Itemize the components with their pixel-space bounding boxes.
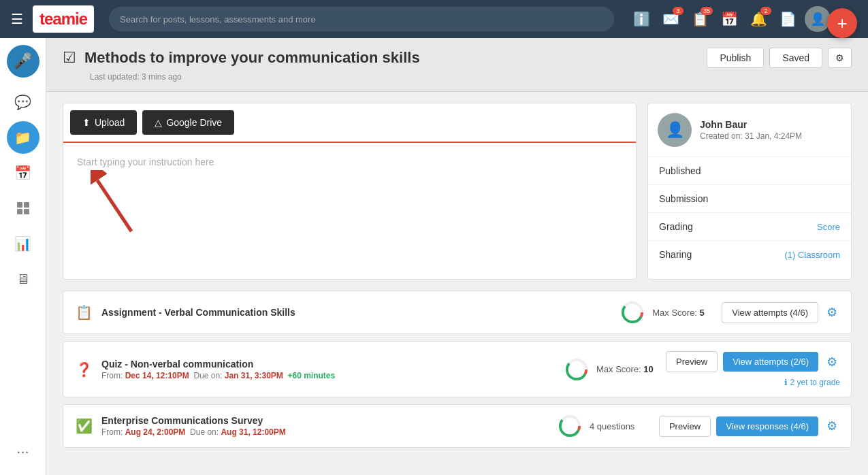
assignment-3-icon: ✅ — [74, 418, 93, 434]
sidebar-item-calendar[interactable]: 📅 — [7, 157, 39, 189]
settings-icon-3[interactable]: ⚙ — [824, 416, 840, 436]
svg-rect-2 — [17, 209, 22, 214]
search-input[interactable] — [109, 7, 614, 31]
user-avatar[interactable]: 👤 — [805, 6, 831, 32]
mail-badge: 3 — [673, 7, 684, 15]
page-body: ⬆ Upload △ Google Drive Start typing you… — [46, 92, 868, 465]
editor-content[interactable]: Start typing your instruction here — [63, 143, 636, 279]
main-layout: 🎤 💬 📁 📅 📊 🖥 ··· ☑ Methods to improve you… — [0, 38, 868, 475]
assignment-1-max-score: Max Score: 5 — [652, 308, 713, 318]
info-icon[interactable]: ℹ️ — [629, 7, 654, 31]
page-header: ☑ Methods to improve your communication … — [46, 38, 868, 92]
nav-icons: ℹ️ ✉️ 3 📋 35 📅 🔔 2 📄 👤 🌐 — [629, 6, 860, 32]
sidebar-item-screen[interactable]: 🖥 — [7, 263, 39, 295]
info-rows: Published Submission Grading Score S — [648, 157, 851, 268]
grading-value[interactable]: Score — [817, 222, 840, 232]
assignment-card-3: ✅ Enterprise Communications Survey From:… — [63, 404, 852, 448]
info-circle-icon: ℹ — [784, 378, 788, 387]
assignment-2-progress — [565, 358, 588, 381]
sharing-label: Sharing — [659, 249, 692, 260]
editor-area: ⬆ Upload △ Google Drive Start typing you… — [63, 103, 637, 280]
author-section: 👤 John Baur Created on: 31 Jan, 4:24PM — [648, 103, 851, 157]
sidebar-item-chart[interactable]: 📊 — [7, 227, 39, 260]
svg-rect-1 — [24, 202, 29, 208]
settings-button[interactable]: ⚙ — [828, 48, 852, 68]
assignment-2-actions: Preview View attempts (2/6) ⚙ ℹ 2 yet to… — [666, 351, 840, 387]
info-row-grading[interactable]: Grading Score — [648, 213, 851, 241]
preview-button-3[interactable]: Preview — [659, 416, 711, 437]
last-updated-text: Last updated: 3 mins ago — [90, 72, 182, 82]
sidebar-more[interactable]: ··· — [7, 436, 39, 468]
sidebar-item-chat[interactable]: 💬 — [7, 86, 39, 118]
svg-rect-0 — [17, 202, 22, 208]
publish-button[interactable]: Publish — [707, 48, 764, 68]
calendar-icon[interactable]: 📅 — [717, 7, 742, 31]
info-row-submission: Submission — [648, 185, 851, 213]
top-section: ⬆ Upload △ Google Drive Start typing you… — [63, 103, 852, 280]
sharing-value[interactable]: (1) Classroom — [784, 250, 840, 260]
assignment-2-info: Quiz - Non-verbal communication From: De… — [101, 359, 557, 380]
hamburger-icon[interactable]: ☰ — [8, 8, 26, 30]
grade-note: 2 yet to grade — [790, 378, 840, 387]
page-header-actions: Publish Saved ⚙ — [707, 48, 852, 68]
preview-button-2[interactable]: Preview — [666, 351, 718, 372]
author-name: John Baur — [700, 119, 802, 130]
clipboard-icon[interactable]: 📋 35 — [688, 7, 713, 31]
google-drive-button[interactable]: △ Google Drive — [142, 110, 234, 135]
assignment-1-info: Assignment - Verbal Communication Skills — [101, 307, 613, 318]
view-responses-button-3[interactable]: View responses (4/6) — [716, 416, 818, 436]
pages-icon[interactable]: 📄 — [775, 7, 801, 31]
assignment-card-2: ❓ Quiz - Non-verbal communication From: … — [63, 341, 852, 397]
sidebar-item-grid[interactable] — [7, 192, 39, 225]
assignment-1-icon: 📋 — [74, 304, 93, 321]
fab-add-button[interactable]: + — [827, 8, 857, 38]
gdrive-icon: △ — [155, 117, 162, 128]
assignment-1-progress — [621, 301, 644, 324]
assignment-3-questions: 4 questions — [590, 421, 651, 431]
submission-label: Submission — [659, 193, 708, 204]
assignment-3-actions: Preview View responses (4/6) ⚙ — [659, 416, 840, 437]
view-attempts-button-2[interactable]: View attempts (2/6) — [723, 352, 818, 372]
settings-icon-1[interactable]: ⚙ — [824, 302, 840, 323]
assignment-1-title: Assignment - Verbal Communication Skills — [101, 307, 613, 318]
view-attempts-button-1[interactable]: View attempts (4/6) — [722, 302, 818, 323]
assignment-2-max-score: Max Score: 10 — [596, 364, 658, 374]
published-label: Published — [659, 165, 701, 176]
grading-label: Grading — [659, 221, 693, 232]
bell-icon[interactable]: 🔔 2 — [746, 7, 771, 31]
assignment-3-title: Enterprise Communications Survey — [101, 415, 550, 426]
assignment-2-icon: ❓ — [74, 361, 93, 378]
bell-badge: 2 — [760, 7, 771, 15]
author-details: John Baur Created on: 31 Jan, 4:24PM — [700, 119, 802, 141]
info-row-sharing[interactable]: Sharing (1) Classroom — [648, 241, 851, 268]
editor-toolbar: ⬆ Upload △ Google Drive — [63, 103, 636, 143]
assignment-3-info: Enterprise Communications Survey From: A… — [101, 415, 550, 437]
svg-rect-3 — [24, 209, 29, 214]
assignment-1-actions: View attempts (4/6) ⚙ — [722, 302, 840, 323]
assignment-3-progress — [558, 414, 581, 438]
settings-icon-2[interactable]: ⚙ — [824, 352, 840, 372]
upload-icon: ⬆ — [82, 117, 91, 128]
svg-line-5 — [97, 180, 131, 231]
clipboard-badge: 35 — [701, 7, 713, 15]
search-container — [109, 7, 614, 31]
arrow-indicator — [91, 170, 145, 240]
user-sidebar-avatar[interactable]: 🎤 — [7, 45, 39, 78]
grade-info-2: ℹ 2 yet to grade — [784, 378, 840, 387]
upload-button[interactable]: ⬆ Upload — [70, 110, 137, 135]
info-panel: 👤 John Baur Created on: 31 Jan, 4:24PM P… — [647, 103, 852, 280]
logo: teamie — [33, 5, 94, 33]
sidebar: 🎤 💬 📁 📅 📊 🖥 ··· — [0, 38, 46, 475]
editor-placeholder: Start typing your instruction here — [77, 157, 214, 167]
content-area: ☑ Methods to improve your communication … — [46, 38, 868, 475]
assignment-2-meta: From: Dec 14, 12:10PM Due on: Jan 31, 3:… — [101, 371, 557, 380]
saved-button[interactable]: Saved — [769, 48, 822, 68]
author-date: Created on: 31 Jan, 4:24PM — [700, 131, 802, 141]
info-row-published: Published — [648, 157, 851, 185]
top-navigation: ☰ teamie ℹ️ ✉️ 3 📋 35 📅 🔔 2 📄 👤 🌐 + — [0, 0, 868, 38]
page-title: Methods to improve your communication sk… — [84, 49, 698, 67]
mail-icon[interactable]: ✉️ 3 — [658, 7, 684, 31]
header-check-icon: ☑ — [63, 49, 76, 67]
sidebar-item-folder[interactable]: 📁 — [7, 121, 39, 154]
assignment-card-1: 📋 Assignment - Verbal Communication Skil… — [63, 291, 852, 334]
